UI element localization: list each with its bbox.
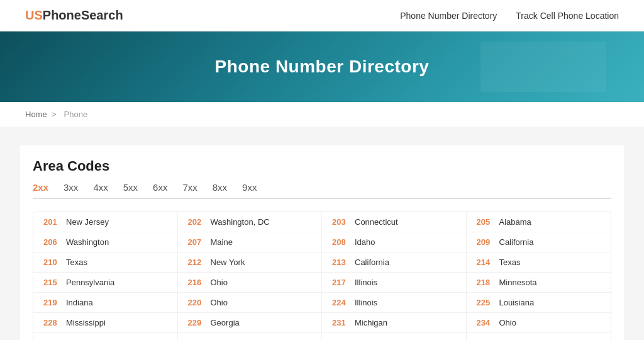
area-code-state: Louisiana bbox=[499, 298, 535, 307]
area-codes-title: Area Codes bbox=[33, 145, 611, 182]
area-code-number[interactable]: 201 bbox=[43, 217, 61, 227]
list-item: 220Ohio bbox=[178, 293, 323, 313]
tab-7xx[interactable]: 7xx bbox=[182, 182, 197, 193]
area-code-state: Connecticut bbox=[355, 217, 398, 227]
logo-us: US bbox=[25, 8, 43, 22]
area-code-state: Pennsylvania bbox=[66, 278, 114, 287]
logo[interactable]: USPhoneSearch bbox=[25, 8, 123, 23]
list-item: 248Michigan bbox=[322, 333, 467, 340]
logo-rest: PhoneSearch bbox=[43, 8, 123, 22]
list-item: 219Indiana bbox=[33, 293, 178, 313]
area-code-number[interactable]: 207 bbox=[188, 237, 206, 247]
area-code-number[interactable]: 234 bbox=[477, 318, 494, 327]
area-code-state: New York bbox=[211, 258, 245, 267]
area-code-number[interactable]: 202 bbox=[188, 217, 206, 227]
area-code-number[interactable]: 203 bbox=[332, 217, 350, 227]
area-code-number[interactable]: 212 bbox=[188, 258, 206, 267]
area-code-state: New Jersey bbox=[66, 217, 109, 227]
area-code-number[interactable]: 208 bbox=[332, 237, 350, 247]
hero-title: Phone Number Directory bbox=[0, 57, 644, 77]
header: USPhoneSearch Phone Number Directory Tra… bbox=[0, 0, 644, 31]
nav-phone-directory[interactable]: Phone Number Directory bbox=[400, 11, 497, 21]
area-code-state: California bbox=[355, 258, 389, 267]
area-code-number[interactable]: 219 bbox=[43, 298, 61, 307]
tab-8xx[interactable]: 8xx bbox=[213, 182, 227, 193]
area-code-state: Washington, DC bbox=[211, 217, 270, 227]
area-code-state: Mississippi bbox=[66, 318, 106, 327]
list-item: 225Louisiana bbox=[467, 293, 611, 313]
area-code-state: Ohio bbox=[211, 298, 228, 307]
area-code-number[interactable]: 205 bbox=[477, 217, 494, 227]
list-item: 213California bbox=[322, 252, 467, 273]
area-code-state: Texas bbox=[499, 258, 521, 267]
list-item: 208Idaho bbox=[322, 232, 467, 252]
list-item: 214Texas bbox=[467, 252, 611, 273]
tab-5xx[interactable]: 5xx bbox=[123, 182, 138, 193]
list-item: 251Alabama bbox=[467, 333, 611, 340]
list-item: 228Mississippi bbox=[33, 313, 178, 333]
area-code-state: Alabama bbox=[499, 217, 531, 227]
list-item: 240Maryland bbox=[178, 333, 323, 340]
list-item: 206Washington bbox=[33, 232, 178, 252]
breadcrumb-home[interactable]: Home bbox=[25, 110, 47, 119]
list-item: 224Illinois bbox=[322, 293, 467, 313]
area-code-state: California bbox=[499, 237, 534, 247]
tabs: 2xx3xx4xx5xx6xx7xx8xx9xx bbox=[33, 182, 611, 199]
area-code-state: Idaho bbox=[355, 237, 375, 247]
area-code-number[interactable]: 210 bbox=[43, 258, 61, 267]
area-code-state: Michigan bbox=[355, 318, 387, 327]
list-item: 210Texas bbox=[33, 252, 178, 273]
area-code-state: Illinois bbox=[355, 298, 377, 307]
area-code-number[interactable]: 220 bbox=[188, 298, 206, 307]
list-item: 207Maine bbox=[178, 232, 323, 252]
area-code-number[interactable]: 217 bbox=[332, 278, 350, 287]
area-code-state: Texas bbox=[66, 258, 87, 267]
list-item: 215Pennsylvania bbox=[33, 273, 178, 293]
area-code-state: Ohio bbox=[499, 318, 516, 327]
area-code-number[interactable]: 231 bbox=[332, 318, 350, 327]
list-item: 212New York bbox=[178, 252, 323, 273]
codes-grid: 201New Jersey202Washington, DC203Connect… bbox=[33, 212, 611, 340]
tab-3xx[interactable]: 3xx bbox=[64, 182, 78, 193]
list-item: 217Illinois bbox=[322, 273, 467, 293]
list-item: 216Ohio bbox=[178, 273, 323, 293]
area-code-number[interactable]: 215 bbox=[43, 278, 61, 287]
list-item: 234Ohio bbox=[467, 313, 611, 333]
area-code-state: Maine bbox=[211, 237, 233, 247]
area-code-state: Minnesota bbox=[499, 278, 537, 287]
area-code-number[interactable]: 213 bbox=[332, 258, 350, 267]
main-content: Area Codes 2xx3xx4xx5xx6xx7xx8xx9xx 201N… bbox=[20, 145, 624, 340]
list-item: 205Alabama bbox=[467, 212, 611, 232]
list-item: 201New Jersey bbox=[33, 212, 178, 232]
list-item: 231Michigan bbox=[322, 313, 467, 333]
tab-4xx[interactable]: 4xx bbox=[93, 182, 108, 193]
area-code-state: Washington bbox=[66, 237, 109, 247]
list-item: 202Washington, DC bbox=[178, 212, 323, 232]
area-code-state: Illinois bbox=[355, 278, 377, 287]
area-code-number[interactable]: 228 bbox=[43, 318, 61, 327]
breadcrumb-separator: > bbox=[52, 110, 57, 119]
list-item: 218Minnesota bbox=[467, 273, 611, 293]
hero-banner: Phone Number Directory bbox=[0, 31, 644, 102]
area-code-number[interactable]: 209 bbox=[477, 237, 494, 247]
area-code-number[interactable]: 218 bbox=[477, 278, 494, 287]
tab-9xx[interactable]: 9xx bbox=[242, 182, 257, 193]
area-code-state: Georgia bbox=[211, 318, 240, 327]
list-item: 209California bbox=[467, 232, 611, 252]
area-code-number[interactable]: 224 bbox=[332, 298, 350, 307]
area-code-number[interactable]: 216 bbox=[188, 278, 206, 287]
breadcrumb-current: Phone bbox=[64, 110, 88, 119]
area-code-number[interactable]: 229 bbox=[188, 318, 206, 327]
breadcrumb: Home > Phone bbox=[0, 102, 644, 127]
area-code-number[interactable]: 206 bbox=[43, 237, 61, 247]
nav: Phone Number Directory Track Cell Phone … bbox=[400, 11, 619, 21]
list-item: 239Florida bbox=[33, 333, 178, 340]
area-code-number[interactable]: 214 bbox=[477, 258, 494, 267]
area-code-state: Indiana bbox=[66, 298, 93, 307]
area-code-state: Ohio bbox=[211, 278, 228, 287]
tab-6xx[interactable]: 6xx bbox=[153, 182, 167, 193]
area-code-number[interactable]: 225 bbox=[477, 298, 494, 307]
nav-track-cell[interactable]: Track Cell Phone Location bbox=[516, 11, 619, 21]
list-item: 203Connecticut bbox=[322, 212, 467, 232]
tab-2xx[interactable]: 2xx bbox=[33, 182, 48, 193]
